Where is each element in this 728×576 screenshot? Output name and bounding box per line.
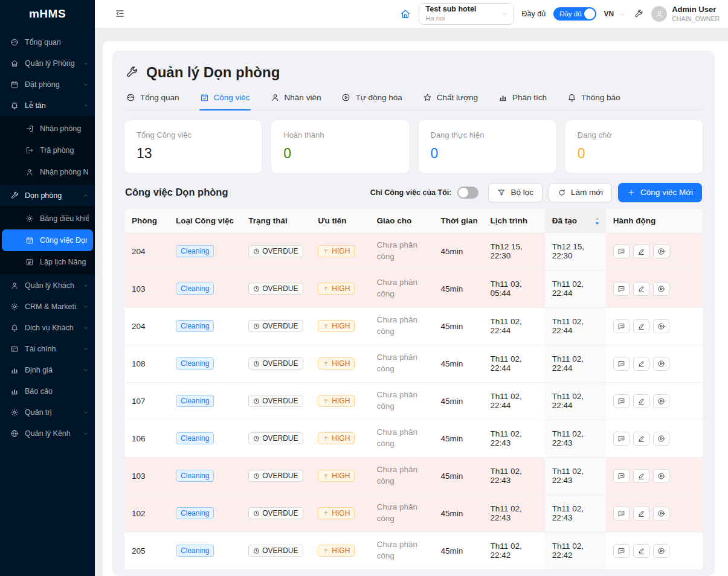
sidebar-item-quan-ly-khach[interactable]: Quản lý Khách ... (0, 275, 95, 296)
message-action-button[interactable] (613, 319, 630, 333)
caret-up-icon (594, 216, 600, 220)
table-row-room-204: 204CleaningOVERDUEHIGHChưa phân công45mi… (124, 232, 703, 270)
filter-button[interactable]: Bộ lọc (488, 183, 543, 202)
message-action-button[interactable] (613, 282, 630, 296)
menu-fold-icon[interactable] (115, 8, 126, 19)
my-tasks-toggle[interactable] (457, 187, 478, 199)
tab-tu-dong-hoa[interactable]: Tự động hóa (341, 92, 402, 110)
stat-label: Đang thực hiện (431, 130, 544, 139)
sidebar-item-quan-ly-phong[interactable]: Quản lý Phòng (0, 53, 95, 74)
arrow-up-icon (323, 323, 329, 330)
wrench-icon[interactable] (634, 9, 643, 19)
edit-action-button[interactable] (633, 319, 649, 333)
sidebar-item-label: Nhận phòng N... (40, 168, 89, 176)
sidebar-item-dinh-gia[interactable]: Định giá (0, 359, 95, 380)
edit-action-button[interactable] (633, 245, 649, 258)
toggle-knob (459, 188, 468, 197)
user-icon (271, 93, 280, 102)
sidebar-item-le-tan[interactable]: Lễ tân (0, 95, 95, 116)
row-actions (606, 270, 703, 307)
sidebar-item-tai-chinh[interactable]: Tài chính (0, 338, 95, 359)
star-icon (423, 93, 432, 102)
message-action-button[interactable] (613, 469, 630, 483)
sidebar-item-quan-ly-kenh[interactable]: Quản lý Kênh (0, 423, 95, 444)
mode-toggle-text: Đầy đủ (559, 10, 581, 18)
filter-icon (497, 188, 506, 197)
sidebar-item-label: CRM & Marketi... (25, 302, 77, 311)
column-header-label: Đã tạo (552, 216, 577, 225)
edit-icon (637, 397, 645, 405)
user-menu[interactable]: Admin User CHAIN_OWNER (651, 5, 720, 22)
sidebar-item-tra-phong[interactable]: Trả phòng (0, 139, 95, 161)
sidebar-item-lap-lich-nang[interactable]: Lập lịch Nâng ... (0, 251, 95, 273)
refresh-button[interactable]: Làm mới (549, 183, 612, 202)
edit-action-button[interactable] (633, 282, 649, 296)
sidebar-item-tong-quan[interactable]: Tổng quan (0, 31, 95, 53)
task-type-badge: Cleaning (176, 245, 214, 257)
play-circle-icon (657, 322, 665, 330)
tool-icon (10, 191, 19, 200)
message-action-button[interactable] (613, 432, 630, 446)
tab-nhan-vien[interactable]: Nhân viên (270, 92, 322, 110)
message-action-button[interactable] (613, 245, 630, 258)
sidebar-item-cong-viec-don[interactable]: Công việc Dọn... (2, 229, 93, 251)
sidebar-item-bang-dieu-khie[interactable]: Bảng điều khiể... (0, 208, 95, 229)
start-action-button[interactable] (653, 432, 669, 446)
clock-icon (253, 286, 260, 292)
edit-action-button[interactable] (633, 394, 649, 408)
start-action-button[interactable] (653, 544, 669, 558)
message-action-button[interactable] (613, 544, 630, 558)
tabs: Tổng quanCông việcNhân viênTự động hóaCh… (124, 92, 703, 110)
sidebar-item-dich-vu-khach[interactable]: Dịch vụ Khách (0, 317, 95, 338)
tab-tong-quan[interactable]: Tổng quan (126, 92, 180, 110)
globe-icon (10, 429, 19, 438)
assignee: Chưa phân công (376, 540, 417, 560)
wrench-icon (125, 66, 138, 79)
edit-action-button[interactable] (633, 432, 649, 446)
edit-action-button[interactable] (633, 544, 649, 558)
message-action-button[interactable] (613, 357, 630, 371)
tab-thong-bao[interactable]: Thông báo (567, 92, 621, 110)
hotel-select[interactable]: Test sub hotel Ha noi (419, 3, 514, 25)
sidebar-item-dat-phong[interactable]: Đặt phòng (0, 74, 95, 95)
tab-chat-luong[interactable]: Chất lượng (422, 92, 478, 110)
edit-action-button[interactable] (633, 507, 649, 520)
chevron-down-icon (83, 60, 89, 66)
tab-cong-viec[interactable]: Công việc (199, 92, 251, 110)
caret-down-icon (594, 220, 600, 225)
start-action-button[interactable] (653, 245, 669, 258)
mode-toggle[interactable]: Đầy đủ (553, 7, 596, 21)
table-row-room-205: 205CleaningOVERDUEHIGHChưa phân công45mi… (124, 532, 703, 569)
start-action-button[interactable] (653, 357, 669, 371)
home-icon[interactable] (400, 8, 411, 19)
start-action-button[interactable] (653, 507, 669, 520)
sidebar-item-crm-marketi[interactable]: CRM & Marketi... (0, 296, 95, 317)
language-select[interactable]: VN (604, 10, 627, 18)
table-row-room-106: 106CleaningOVERDUEHIGHChưa phân công45mi… (124, 420, 703, 457)
tab-phan-tich[interactable]: Phân tích (498, 92, 547, 110)
schedule-time: Th12 15, 22:30 (483, 232, 545, 270)
sidebar-item-quan-tri[interactable]: Quản trị (0, 402, 95, 423)
play-circle-icon (657, 248, 665, 255)
priority-badge: HIGH (318, 283, 355, 295)
message-icon (617, 248, 625, 255)
sidebar-item-don-phong[interactable]: Dọn phòng (0, 185, 95, 206)
sidebar-item-nhan-phong-n[interactable]: Nhận phòng N... (0, 161, 95, 183)
filter-button-label: Bộ lọc (511, 188, 533, 197)
new-task-button[interactable]: Công việc Mới (618, 183, 702, 202)
sidebar-item-nhan-phong[interactable]: Nhận phòng (0, 118, 95, 139)
start-action-button[interactable] (653, 319, 669, 333)
edit-action-button[interactable] (633, 357, 649, 371)
message-action-button[interactable] (613, 507, 630, 520)
message-action-button[interactable] (613, 394, 630, 408)
gear-icon (25, 214, 34, 223)
start-action-button[interactable] (653, 394, 669, 408)
gear-icon (10, 408, 19, 417)
content-panel: Quản lý Dọn phòng Tổng quanCông việcNhân… (103, 41, 728, 576)
start-action-button[interactable] (653, 282, 669, 296)
edit-action-button[interactable] (633, 469, 649, 483)
gear-icon (10, 302, 19, 311)
start-action-button[interactable] (653, 469, 669, 483)
sidebar-item-bao-cao[interactable]: Báo cáo (0, 380, 95, 402)
column-header-da-tao[interactable]: Đã tạo (545, 209, 606, 233)
